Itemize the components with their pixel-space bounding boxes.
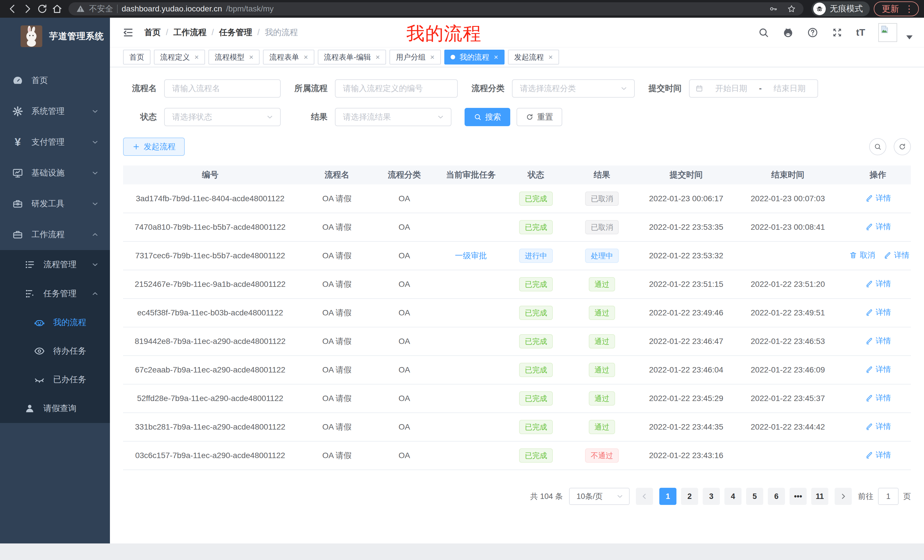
sidebar: 芋道管理系统 首页 系统管理 ¥ 支付管理 基础设施 <box>0 18 110 544</box>
active-dot <box>451 55 455 59</box>
tab-process-model[interactable]: 流程模型× <box>208 49 260 64</box>
sidebar-item-leave-query[interactable]: 请假查询 <box>0 394 110 423</box>
sidebar-item-workflow[interactable]: 工作流程 <box>0 219 110 250</box>
breadcrumb-home[interactable]: 首页 <box>144 27 161 38</box>
app-logo-row[interactable]: 芋道管理系统 <box>0 18 110 55</box>
next-page-button[interactable] <box>835 488 852 505</box>
close-icon[interactable]: × <box>249 53 253 61</box>
status-cell: 已完成 <box>510 327 562 356</box>
prev-page-button[interactable] <box>636 488 653 505</box>
sidebar-item-home[interactable]: 首页 <box>0 65 110 96</box>
close-icon[interactable]: × <box>195 53 199 61</box>
close-icon[interactable]: × <box>549 53 553 61</box>
font-size-button[interactable]: tT <box>856 27 865 38</box>
reload-button[interactable] <box>35 1 50 16</box>
address-bar[interactable]: 不安全 dashboard.yudao.iocoder.cn/bpm/task/… <box>69 2 804 15</box>
edit-icon <box>883 251 892 259</box>
github-button[interactable] <box>782 27 794 38</box>
search-button[interactable]: 搜索 <box>465 108 510 126</box>
close-icon[interactable]: × <box>303 53 308 61</box>
page-button-1[interactable]: 1 <box>659 488 676 505</box>
sidebar-item-infra[interactable]: 基础设施 <box>0 157 110 189</box>
page-button-3[interactable]: 3 <box>703 488 720 505</box>
update-button[interactable]: 更新 ⋮ <box>874 1 919 16</box>
detail-link[interactable]: 详情 <box>865 364 891 374</box>
sidebar-item-my-process[interactable]: 我的流程 <box>0 308 110 337</box>
start-process-button[interactable]: 发起流程 <box>123 138 185 156</box>
tab-process-form-edit[interactable]: 流程表单-编辑× <box>318 49 386 64</box>
sidebar-item-label: 工作流程 <box>32 229 64 240</box>
avatar[interactable] <box>878 23 897 42</box>
detail-link[interactable]: 详情 <box>865 307 891 317</box>
detail-link[interactable]: 详情 <box>865 393 891 403</box>
category-cell: OA <box>376 213 432 241</box>
detail-link[interactable]: 详情 <box>883 250 909 260</box>
breadcrumb-task-mgmt[interactable]: 任务管理 <box>219 27 252 38</box>
browser-menu-icon[interactable]: ⋮ <box>904 3 914 14</box>
select-placeholder: 请选择流程分类 <box>520 83 576 94</box>
pagination-more[interactable]: ••• <box>789 488 807 505</box>
sidebar-item-system[interactable]: 系统管理 <box>0 96 110 127</box>
forward-button[interactable] <box>20 1 35 16</box>
sidebar-fold-button[interactable] <box>123 27 134 38</box>
close-icon[interactable]: × <box>494 53 498 61</box>
process-def-input[interactable] <box>335 79 458 97</box>
page-button-5[interactable]: 5 <box>746 488 763 505</box>
page-size-value: 10条/页 <box>576 491 603 502</box>
tab-my-process[interactable]: 我的流程× <box>444 49 504 64</box>
search-button-label: 搜索 <box>485 112 501 123</box>
tab-user-group[interactable]: 用户分组× <box>390 49 441 64</box>
sidebar-item-done-tasks[interactable]: 已办任务 <box>0 365 110 394</box>
detail-link[interactable]: 详情 <box>865 450 891 460</box>
page-button-2[interactable]: 2 <box>681 488 698 505</box>
sidebar-item-devtools[interactable]: 研发工具 <box>0 189 110 219</box>
page-button-11[interactable]: 11 <box>811 488 828 505</box>
close-icon[interactable]: × <box>430 53 434 61</box>
cancel-link[interactable]: 取消 <box>849 250 875 260</box>
chevron-down-icon[interactable] <box>906 35 913 39</box>
sidebar-item-todo-tasks[interactable]: 待办任务 <box>0 337 110 365</box>
breadcrumb-workflow[interactable]: 工作流程 <box>173 27 207 38</box>
current-task-link[interactable]: 一级审批 <box>455 251 487 260</box>
eye-closed-icon <box>34 374 45 385</box>
header-search-button[interactable] <box>758 27 769 38</box>
sidebar-item-payment[interactable]: ¥ 支付管理 <box>0 127 110 157</box>
col-header-status: 状态 <box>510 166 562 184</box>
tab-process-form[interactable]: 流程表单× <box>263 49 314 64</box>
table-search-button[interactable] <box>869 138 886 155</box>
submit-time-cell: 2022-01-22 23:45:29 <box>642 384 731 413</box>
close-icon[interactable]: × <box>375 53 380 61</box>
detail-link[interactable]: 详情 <box>865 279 891 289</box>
home-button[interactable] <box>50 1 64 16</box>
bookmark-star-button[interactable] <box>787 4 796 13</box>
table-refresh-button[interactable] <box>894 138 911 155</box>
result-select[interactable]: 请选择流结果 <box>335 108 452 126</box>
category-select[interactable]: 请选择流程分类 <box>512 79 635 97</box>
status-select[interactable]: 请选择状态 <box>164 108 280 126</box>
tab-home[interactable]: 首页 <box>123 49 150 64</box>
help-button[interactable] <box>807 27 818 38</box>
detail-link[interactable]: 详情 <box>865 193 891 203</box>
reset-button[interactable]: 重置 <box>516 108 562 126</box>
page-button-4[interactable]: 4 <box>724 488 741 505</box>
edit-icon <box>865 422 873 431</box>
fullscreen-button[interactable] <box>831 27 843 38</box>
submit-time-range-picker[interactable]: 开始日期 - 结束日期 <box>689 79 818 97</box>
detail-link[interactable]: 详情 <box>865 222 891 232</box>
page-button-6[interactable]: 6 <box>768 488 785 505</box>
tab-start-process[interactable]: 发起流程× <box>508 49 559 64</box>
detail-link[interactable]: 详情 <box>865 335 891 346</box>
back-button[interactable] <box>5 1 20 16</box>
process-name-input[interactable] <box>164 79 280 97</box>
gear-icon <box>12 106 23 117</box>
result-label: 结果 <box>294 111 327 123</box>
status-cell: 已完成 <box>510 441 562 470</box>
sidebar-item-process-mgmt[interactable]: 流程管理 <box>0 250 110 279</box>
goto-page-input[interactable] <box>878 488 898 505</box>
actions-cell: 详情 <box>845 356 911 384</box>
detail-link[interactable]: 详情 <box>865 421 891 431</box>
password-key-button[interactable] <box>769 4 778 13</box>
page-size-select[interactable]: 10条/页 <box>569 488 630 505</box>
tab-process-definition[interactable]: 流程定义× <box>154 49 205 64</box>
sidebar-item-task-mgmt[interactable]: 任务管理 <box>0 279 110 308</box>
